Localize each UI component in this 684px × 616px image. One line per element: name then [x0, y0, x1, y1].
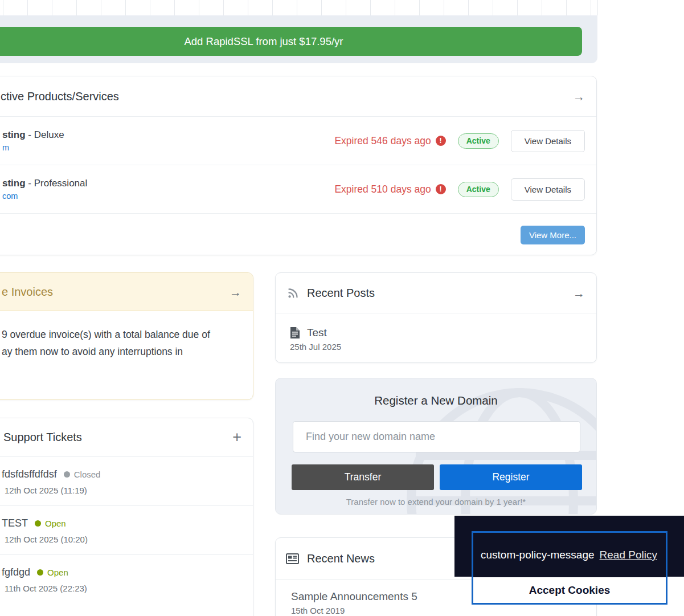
cookie-policy-message: custom-policy-message	[481, 549, 595, 561]
products-card-footer: View More...	[0, 214, 596, 255]
view-details-button[interactable]: View Details	[511, 178, 585, 201]
expired-label: Expired 510 days ago!	[334, 183, 445, 195]
product-name: sting - Deluxe	[2, 129, 64, 141]
ticket-status: Open	[45, 519, 66, 528]
product-domain-link[interactable]: com	[2, 191, 18, 201]
recent-posts-card: Recent Posts → Test 25th Jul 2025	[275, 272, 597, 363]
support-tickets-title: Support Tickets	[3, 431, 82, 444]
arrow-right-icon[interactable]: →	[573, 91, 585, 103]
read-policy-link[interactable]: Read Policy	[600, 549, 657, 561]
ticket-date: 11th Oct 2025 (22:23)	[2, 584, 241, 593]
register-button[interactable]: Register	[440, 464, 582, 490]
ticket-list-item: fdsfdsffdfdsf Closed 12th Oct 2025 (11:1…	[0, 456, 253, 505]
post-list-item: Test 25th Jul 2025	[276, 313, 596, 352]
product-plan: - Deluxe	[26, 129, 64, 140]
newspaper-icon	[286, 553, 299, 564]
arrow-right-icon[interactable]: →	[573, 287, 585, 299]
ticket-title-link[interactable]: TEST	[2, 517, 28, 529]
rss-icon	[287, 287, 299, 299]
ticket-status: Closed	[74, 470, 101, 479]
arrow-right-icon[interactable]: →	[230, 286, 241, 298]
product-group: sting	[2, 178, 26, 189]
invoices-card-title: e Invoices	[2, 285, 53, 299]
recent-news-title: Recent News	[307, 552, 375, 565]
table-column-grid	[0, 0, 598, 15]
overdue-invoices-card: e Invoices → 9 overdue invoice(s) with a…	[0, 272, 253, 400]
product-name: sting - Professional	[2, 178, 87, 189]
invoices-message: 9 overdue invoice(s) with a total balanc…	[0, 311, 253, 360]
ticket-date: 12th Oct 2025 (10:20)	[2, 535, 241, 544]
support-tickets-card: Support Tickets + fdsfdsffdfdsf Closed 1…	[0, 418, 253, 616]
ticket-status: Open	[47, 568, 68, 577]
register-domain-title: Register a New Domain	[276, 394, 596, 407]
ticket-title-link[interactable]: fgfdgd	[2, 566, 30, 578]
ticket-date: 12th Oct 2025 (11:19)	[2, 486, 241, 495]
page: Add RapidSSL from just $17.95/yr ctive P…	[0, 0, 684, 616]
transfer-note: Transfer now to extend your domain by 1 …	[276, 497, 596, 507]
plus-icon[interactable]: +	[232, 430, 241, 445]
news-date: 15th Oct 2019	[291, 606, 596, 615]
post-title-link[interactable]: Test	[307, 327, 327, 339]
view-more-button[interactable]: View More...	[521, 226, 585, 244]
products-card-title: ctive Products/Services	[1, 90, 119, 103]
recent-posts-title: Recent Posts	[307, 287, 375, 300]
register-domain-panel: Register a New Domain Transfer Register …	[275, 378, 597, 515]
product-row: sting - Deluxe m Expired 546 days ago! A…	[0, 117, 596, 165]
add-rapidssl-button[interactable]: Add RapidSSL from just $17.95/yr	[0, 27, 582, 56]
exclamation-circle-icon: !	[436, 184, 446, 194]
product-plan: - Professional	[26, 178, 88, 189]
products-services-card: ctive Products/Services → sting - Deluxe…	[0, 76, 597, 255]
post-date: 25th Jul 2025	[290, 342, 596, 352]
status-dot-icon	[64, 471, 70, 478]
invoices-message-line1: 9 overdue invoice(s) with a total balanc…	[2, 326, 241, 343]
ticket-list-item: TEST Open 12th Oct 2025 (10:20)	[0, 505, 253, 554]
product-domain-link[interactable]: m	[2, 143, 9, 152]
ticket-list-item: fgfdgd Open 11th Oct 2025 (22:23)	[0, 554, 253, 603]
view-details-button[interactable]: View Details	[511, 130, 585, 152]
invoices-message-line2: ay them now to avoid any interruptions i…	[2, 343, 241, 360]
product-row: sting - Professional com Expired 510 day…	[0, 165, 596, 214]
expired-label: Expired 546 days ago!	[334, 135, 445, 147]
document-icon	[290, 327, 300, 339]
cookie-banner: custom-policy-message Read Policy Accept…	[472, 531, 667, 605]
status-badge: Active	[458, 182, 499, 197]
accept-cookies-button[interactable]: Accept Cookies	[473, 577, 666, 603]
domain-search-input[interactable]	[293, 421, 580, 452]
ticket-title-link[interactable]: fdsfdsffdfdsf	[2, 468, 57, 480]
transfer-button[interactable]: Transfer	[292, 464, 434, 490]
exclamation-circle-icon: !	[436, 136, 446, 146]
news-title-link[interactable]: Sample Announcements 5	[291, 590, 417, 602]
status-dot-icon	[35, 520, 41, 527]
product-group: sting	[2, 129, 26, 140]
status-dot-icon	[37, 569, 43, 576]
status-badge: Active	[458, 133, 499, 149]
